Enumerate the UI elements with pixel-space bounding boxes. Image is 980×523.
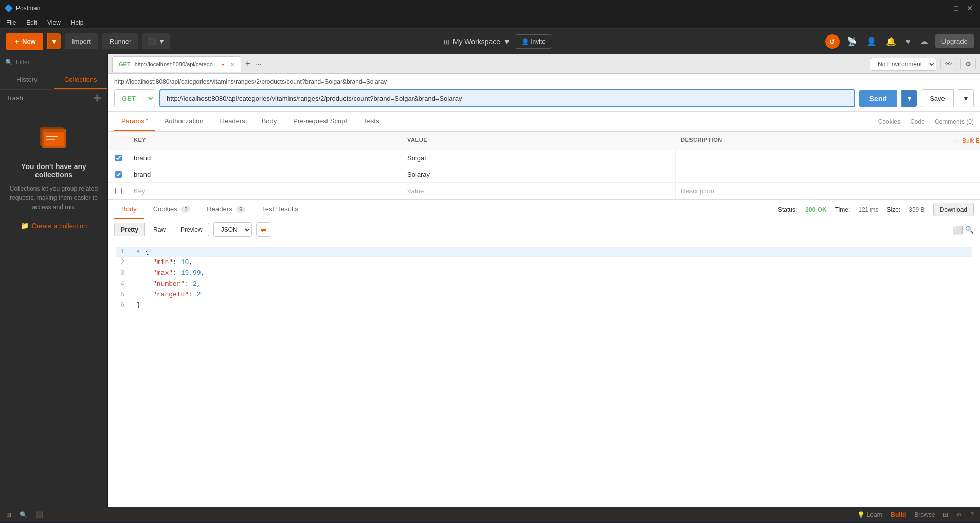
params-active-dot: ●	[146, 117, 148, 122]
grid-icon: ⊞	[444, 38, 450, 46]
param-row1-checkbox[interactable]	[115, 155, 122, 161]
cookies-badge: 2	[181, 206, 190, 213]
extra-button[interactable]: ⬛ ▼	[142, 33, 170, 49]
settings-status-button[interactable]: ⚙	[956, 511, 962, 518]
preview-button[interactable]: Preview	[174, 223, 209, 236]
grid-layout-button[interactable]: ⊞	[943, 511, 948, 518]
param-row2-checkbox[interactable]	[115, 171, 122, 178]
tests-tab[interactable]: Tests	[356, 112, 386, 131]
param-row1-desc[interactable]	[676, 154, 949, 162]
cloud-icon-button[interactable]: ☁	[918, 34, 930, 48]
workspace-dropdown-icon: ▼	[503, 38, 511, 46]
browse-button[interactable]: Browse	[914, 511, 935, 518]
menu-help[interactable]: Help	[69, 18, 86, 27]
param-row2-key[interactable]: brand	[129, 166, 402, 182]
person-icon-button[interactable]: 👤	[864, 34, 879, 48]
save-dropdown-button[interactable]: ▼	[958, 89, 974, 107]
minimize-button[interactable]: —	[936, 3, 949, 13]
environment-eye-button[interactable]: 👁	[940, 58, 956, 70]
param-row3-checkbox[interactable]	[115, 188, 122, 194]
response-cookies-tab[interactable]: Cookies 2	[146, 200, 198, 219]
pre-request-tab[interactable]: Pre-request Script	[286, 112, 354, 131]
download-button[interactable]: Download	[933, 203, 974, 216]
param-row2-value[interactable]: Solaray	[402, 166, 676, 182]
history-tab[interactable]: History	[0, 70, 54, 89]
response-body-tab[interactable]: Body	[114, 200, 144, 219]
response-headers-tab[interactable]: Headers 9	[199, 200, 252, 219]
collections-tab[interactable]: Collections	[54, 70, 108, 89]
environment-select[interactable]: No Environment	[870, 58, 936, 71]
console-button[interactable]: ⬛	[35, 511, 43, 518]
authorization-tab[interactable]: Authorization	[157, 112, 211, 131]
size-value: 359 B	[909, 206, 924, 213]
tab-close-icon[interactable]: ✕	[230, 62, 234, 67]
sync-button[interactable]: ↺	[825, 34, 840, 49]
value-column-header: VALUE	[402, 135, 676, 146]
json-response: 1 ▼ { 2 "min": 10, 3 "max": 19.99, 4 "nu…	[108, 240, 980, 507]
new-button[interactable]: ＋ New	[6, 33, 43, 50]
environment-gear-button[interactable]: ⚙	[960, 58, 976, 70]
request-tab[interactable]: GET http://localhost:8080/api/catego... …	[112, 56, 241, 72]
app-logo: 🔷	[4, 4, 13, 12]
import-button[interactable]: Import	[65, 33, 98, 49]
params-row-1: brand Solgar	[108, 150, 980, 166]
heart-icon-button[interactable]: ♥	[903, 35, 913, 48]
param-row3-value[interactable]: Value	[402, 183, 676, 199]
param-row3-key[interactable]: Key	[129, 183, 402, 199]
wrap-button[interactable]: ⇌	[256, 222, 271, 237]
send-button[interactable]: Send	[859, 90, 897, 107]
find-button[interactable]: 🔍	[20, 511, 27, 518]
save-button[interactable]: Save	[921, 89, 954, 107]
toolbar-center: ⊞ My Workspace ▼ 👤 Invite	[174, 34, 821, 49]
response-test-results-tab[interactable]: Test Results	[255, 200, 305, 219]
url-input[interactable]	[159, 89, 855, 107]
headers-tab[interactable]: Headers	[213, 112, 252, 131]
request-tabs: Params● Authorization Headers Body Pre-r…	[108, 112, 980, 132]
top-toolbar: ＋ New ▼ Import Runner ⬛ ▼ ⊞ My Workspace…	[0, 29, 980, 54]
param-row1-value[interactable]: Solgar	[402, 150, 676, 166]
maximize-button[interactable]: □	[951, 3, 961, 13]
close-button[interactable]: ✕	[964, 3, 976, 13]
svg-rect-3	[46, 136, 58, 137]
trash-item[interactable]: Trash ➕	[0, 90, 107, 106]
cookies-button[interactable]: Cookies	[878, 118, 900, 125]
params-tab[interactable]: Params●	[114, 112, 155, 131]
workspace-button[interactable]: ⊞ My Workspace ▼	[444, 38, 511, 46]
new-tab-button[interactable]: +	[242, 59, 254, 69]
menu-file[interactable]: File	[4, 18, 18, 27]
comments-button[interactable]: Comments (0)	[935, 118, 974, 125]
code-button[interactable]: Code	[910, 118, 925, 125]
create-collection-button[interactable]: 📁 Create a collection	[21, 222, 87, 230]
pretty-button[interactable]: Pretty	[114, 223, 145, 236]
raw-button[interactable]: Raw	[147, 223, 172, 236]
params-more-button[interactable]: ···	[954, 137, 960, 144]
json-line-5: 5 "rangeId": 2	[116, 290, 972, 301]
new-dropdown-button[interactable]: ▼	[47, 33, 61, 49]
method-select[interactable]: GET	[114, 89, 155, 107]
body-tab[interactable]: Body	[255, 112, 284, 131]
copy-button[interactable]: ⬜	[953, 225, 963, 235]
tab-more-button[interactable]: ···	[255, 60, 261, 69]
search-response-button[interactable]: 🔍	[965, 226, 974, 234]
satellite-icon-button[interactable]: 📡	[845, 34, 859, 48]
collapse-arrow-1[interactable]: ▼	[137, 249, 140, 255]
param-row1-key[interactable]: brand	[129, 150, 402, 166]
layout-button[interactable]: ⊞	[6, 511, 11, 518]
invite-button[interactable]: 👤 Invite	[515, 34, 552, 49]
menu-view[interactable]: View	[45, 18, 63, 27]
format-select[interactable]: JSON	[213, 222, 252, 237]
send-dropdown-button[interactable]: ▼	[901, 90, 917, 107]
bell-icon-button[interactable]: 🔔	[884, 34, 898, 48]
learn-button[interactable]: 💡 Learn	[857, 511, 883, 518]
bulk-edit-button[interactable]: Bulk Edit	[962, 137, 980, 144]
param-row2-desc[interactable]	[676, 171, 949, 179]
menu-edit[interactable]: Edit	[24, 18, 39, 27]
folder-plus-icon: 📁	[21, 222, 29, 230]
runner-button[interactable]: Runner	[102, 33, 139, 49]
help-status-button[interactable]: ?	[970, 511, 974, 518]
response-area: Body Cookies 2 Headers 9 Test Results St…	[108, 200, 980, 507]
param-row3-desc[interactable]: Description	[676, 183, 949, 199]
filter-input[interactable]	[16, 59, 102, 66]
sidebar-empty: You don't have any collections Collectio…	[0, 106, 107, 507]
upgrade-button[interactable]: Upgrade	[935, 34, 974, 48]
